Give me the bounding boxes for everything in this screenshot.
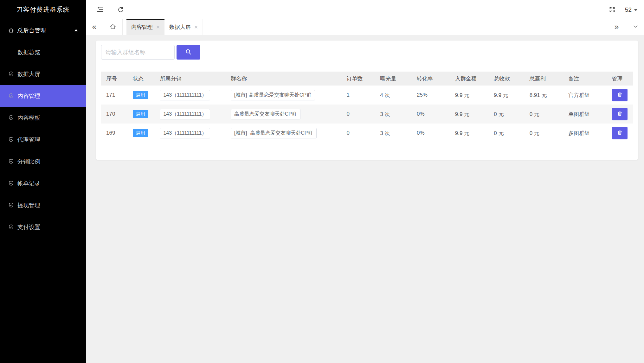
trash-icon <box>617 130 623 137</box>
sidebar-item-4[interactable]: 内容模板 <box>0 107 86 129</box>
group-name-box: 高质量恋爱交友聊天处CP群 <box>231 109 300 119</box>
table-body: 171 启用 143（1111111111） [城市]·高质量恋爱交友聊天处CP… <box>101 86 633 143</box>
distributor-box: 143（1111111111） <box>160 128 210 138</box>
cell-join-amount: 9.9 元 <box>450 124 489 143</box>
sidebar-item-label: 支付设置 <box>17 223 40 231</box>
groups-table: 序号状态所属分销群名称订单数曝光量转化率入群金额总收款总赢利备注管理 171 启… <box>101 72 633 143</box>
delete-button[interactable] <box>612 108 628 120</box>
shield-icon <box>8 115 14 121</box>
column-header: 群名称 <box>226 72 342 86</box>
sidebar-item-label: 数据总览 <box>17 48 40 56</box>
app-root: { "app": { "title": "刀客付费进群系统" }, "topba… <box>0 0 644 363</box>
column-header: 管理 <box>607 72 633 86</box>
delete-button[interactable] <box>612 127 628 139</box>
shield-icon <box>8 71 14 77</box>
sidebar-item-label: 数据大屏 <box>17 70 40 78</box>
delete-button[interactable] <box>612 89 628 101</box>
caret-down-icon <box>634 9 638 11</box>
column-header: 总赢利 <box>525 72 563 86</box>
sidebar-item-3[interactable]: 内容管理 <box>0 85 86 107</box>
column-header: 总收款 <box>489 72 524 86</box>
cell-conversion: 0% <box>412 105 450 124</box>
cell-orders: 1 <box>341 86 375 105</box>
home-icon <box>8 27 14 34</box>
trash-icon <box>617 111 623 118</box>
trash-icon <box>617 92 623 99</box>
chevron-down-icon <box>632 23 639 31</box>
status-badge[interactable]: 启用 <box>133 129 148 137</box>
sidebar: 刀客付费进群系统 总后台管理 数据总览 数据大屏 内容管理 内容模板 代理管理 … <box>0 0 86 363</box>
tabs-menu-button[interactable] <box>627 19 644 35</box>
sidebar-item-1[interactable]: 数据总览 <box>0 41 86 63</box>
caret-up-icon <box>74 29 78 31</box>
cell-conversion: 25% <box>412 86 450 105</box>
sidebar-item-label: 提现管理 <box>17 201 40 209</box>
sidebar-item-2[interactable]: 数据大屏 <box>0 63 86 85</box>
close-icon[interactable]: × <box>194 24 198 30</box>
cell-total-income: 0 元 <box>489 124 524 143</box>
cell-orders: 0 <box>341 105 375 124</box>
group-name-box: [城市]·高质量恋爱交友聊天处CP群 <box>231 90 315 100</box>
cell-exposure: 3 次 <box>375 124 412 143</box>
status-badge[interactable]: 启用 <box>133 110 148 118</box>
column-header: 所属分销 <box>155 72 225 86</box>
column-header: 备注 <box>563 72 607 86</box>
menu-fold-icon[interactable] <box>97 6 104 13</box>
cell-total-profit: 8.91 元 <box>525 86 563 105</box>
shield-icon <box>8 93 14 99</box>
status-badge[interactable]: 启用 <box>133 91 148 99</box>
column-header: 序号 <box>101 72 128 86</box>
sidebar-item-5[interactable]: 代理管理 <box>0 129 86 150</box>
close-icon[interactable]: × <box>156 24 160 30</box>
shield-icon <box>8 224 14 230</box>
fullscreen-icon[interactable] <box>609 6 615 13</box>
sidebar-item-label: 代理管理 <box>17 136 40 143</box>
tabs-scroll-left-button[interactable]: « <box>86 19 103 35</box>
table-row: 170 启用 143（1111111111） 高质量恋爱交友聊天处CP群 0 3… <box>101 105 633 124</box>
tab-0[interactable]: 内容管理 × <box>126 19 164 35</box>
cell-conversion: 0% <box>412 124 450 143</box>
sidebar-item-8[interactable]: 提现管理 <box>0 194 86 216</box>
cell-total-income: 0 元 <box>489 105 524 124</box>
column-header: 入群金额 <box>450 72 489 86</box>
sidebar-item-9[interactable]: 支付设置 <box>0 216 86 238</box>
user-label: 52 <box>625 6 632 13</box>
main-content: 序号状态所属分销群名称订单数曝光量转化率入群金额总收款总赢利备注管理 171 启… <box>86 35 644 363</box>
sidebar-item-6[interactable]: 分销比例 <box>0 150 86 172</box>
distributor-box: 143（1111111111） <box>160 90 210 100</box>
shield-icon <box>8 202 14 208</box>
sidebar-menu: 总后台管理 数据总览 数据大屏 内容管理 内容模板 代理管理 分销比例 帐单记录… <box>0 19 86 238</box>
cell-total-profit: 0 元 <box>525 124 563 143</box>
open-tabs: 内容管理 × 数据大屏 × <box>126 19 203 35</box>
column-header: 订单数 <box>341 72 375 86</box>
cell-id: 169 <box>101 124 128 143</box>
search-input[interactable] <box>101 45 175 60</box>
cell-total-income: 9.9 元 <box>489 86 524 105</box>
sidebar-item-0[interactable]: 总后台管理 <box>0 19 86 41</box>
sidebar-item-label: 内容管理 <box>17 92 40 100</box>
sidebar-item-label: 帐单记录 <box>17 180 40 187</box>
shield-icon <box>8 180 14 187</box>
home-icon <box>109 23 116 31</box>
home-tab-button[interactable] <box>103 19 123 35</box>
content-card: 序号状态所属分销群名称订单数曝光量转化率入群金额总收款总赢利备注管理 171 启… <box>96 41 638 160</box>
search-button[interactable] <box>177 45 200 60</box>
cell-orders: 0 <box>341 124 375 143</box>
cell-id: 171 <box>101 86 128 105</box>
refresh-icon[interactable] <box>117 6 124 13</box>
topbar: 52 <box>86 0 644 19</box>
cell-remark: 官方群组 <box>563 86 607 105</box>
sidebar-item-7[interactable]: 帐单记录 <box>0 172 86 194</box>
tab-1[interactable]: 数据大屏 × <box>164 19 203 35</box>
table-row: 169 启用 143（1111111111） [城市] ·高质量恋爱交友聊天处C… <box>101 124 633 143</box>
chevrons-right-icon: » <box>615 23 619 31</box>
table-header-row: 序号状态所属分销群名称订单数曝光量转化率入群金额总收款总赢利备注管理 <box>101 72 633 86</box>
column-header: 状态 <box>128 72 155 86</box>
tabs-scroll-right-button[interactable]: » <box>606 19 627 35</box>
cell-total-profit: 0 元 <box>525 105 563 124</box>
sidebar-item-label: 总后台管理 <box>17 27 46 34</box>
search-icon <box>185 48 192 56</box>
cell-id: 170 <box>101 105 128 124</box>
tabbar: « 内容管理 × 数据大屏 × » <box>86 19 644 35</box>
user-menu[interactable]: 52 <box>625 6 638 13</box>
